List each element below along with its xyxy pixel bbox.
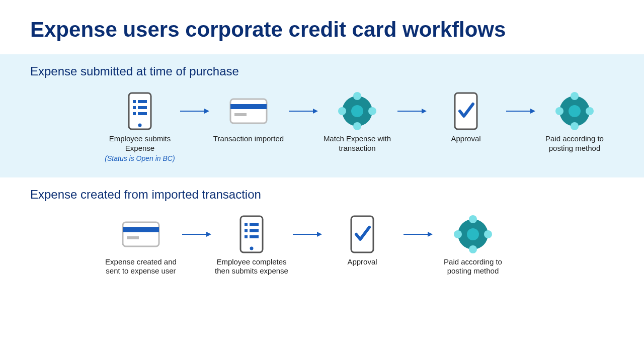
svg-marker-25 xyxy=(530,109,535,114)
svg-rect-43 xyxy=(245,235,248,238)
step-label: Expense created and sent to expense user xyxy=(101,257,181,277)
svg-point-30 xyxy=(555,107,564,115)
svg-point-17 xyxy=(353,92,361,100)
arrow-right-icon xyxy=(505,91,535,131)
svg-marker-14 xyxy=(313,109,318,114)
svg-point-54 xyxy=(454,230,462,238)
workflow-step: Employee completes then submits expense xyxy=(211,214,292,277)
section-title: Expense submitted at time of purchase xyxy=(30,64,614,78)
svg-rect-4 xyxy=(133,106,136,109)
workflow-section: Expense created from imported transactio… xyxy=(0,177,644,292)
svg-point-38 xyxy=(250,246,254,250)
workflow-step: Approval xyxy=(427,91,505,144)
step-sublabel: (Status is Open in BC) xyxy=(105,154,175,162)
arrow-right-icon xyxy=(292,214,322,254)
step-label: Transaction imported xyxy=(213,134,284,144)
phone-list-icon xyxy=(238,214,265,254)
workflow-section: Expense submitted at time of purchase Em… xyxy=(0,54,644,177)
svg-point-20 xyxy=(368,107,376,115)
svg-rect-33 xyxy=(123,227,159,232)
svg-marker-22 xyxy=(422,109,427,114)
section-title: Expense created from imported transactio… xyxy=(30,188,614,202)
arrow-right-icon xyxy=(288,91,318,131)
step-label: Approval xyxy=(451,134,480,144)
phone-check-icon xyxy=(453,91,479,131)
step-label: Employee submits Expense xyxy=(101,134,179,153)
svg-rect-40 xyxy=(250,223,259,226)
arrow-right-icon xyxy=(179,91,209,131)
arrow-right-icon xyxy=(403,214,433,254)
svg-rect-5 xyxy=(138,106,147,109)
svg-marker-46 xyxy=(317,232,322,237)
svg-point-1 xyxy=(138,124,142,127)
card-icon xyxy=(228,91,269,131)
hub-icon xyxy=(553,91,596,131)
card-icon xyxy=(121,214,161,254)
page-title: Expense users corporate credit card work… xyxy=(0,0,644,54)
workflow-step: Paid according to posting method xyxy=(535,91,614,153)
step-label: Paid according to posting method xyxy=(535,134,614,153)
svg-rect-44 xyxy=(250,235,259,238)
svg-point-51 xyxy=(467,228,479,240)
arrow-right-icon xyxy=(181,214,211,254)
svg-point-19 xyxy=(338,107,346,115)
svg-point-31 xyxy=(586,107,594,115)
arrow-right-icon xyxy=(396,91,427,131)
svg-rect-34 xyxy=(127,236,139,239)
workflow-step: Employee submits Expense(Status is Open … xyxy=(101,91,179,162)
phone-list-icon xyxy=(127,91,153,131)
svg-rect-11 xyxy=(230,104,267,109)
svg-point-16 xyxy=(351,105,363,117)
svg-point-28 xyxy=(571,92,579,100)
step-label: Match Expense with transaction xyxy=(318,134,396,153)
workflow-step: Expense created and sent to expense user xyxy=(101,214,181,277)
svg-rect-6 xyxy=(133,112,136,115)
svg-point-52 xyxy=(469,215,477,223)
svg-point-29 xyxy=(571,122,579,130)
step-label: Employee completes then submits expense xyxy=(211,257,292,277)
hub-icon xyxy=(336,91,378,131)
svg-point-55 xyxy=(484,230,492,238)
step-label: Paid according to posting method xyxy=(433,257,513,277)
workflow-row: Expense created and sent to expense user… xyxy=(30,214,614,277)
svg-rect-12 xyxy=(234,113,247,116)
hub-icon xyxy=(452,214,494,254)
workflow-step: Paid according to posting method xyxy=(433,214,513,277)
svg-rect-42 xyxy=(250,229,259,232)
svg-marker-9 xyxy=(204,109,209,114)
svg-rect-41 xyxy=(245,229,248,232)
svg-point-18 xyxy=(353,122,361,130)
workflow-step: Transaction imported xyxy=(209,91,288,144)
svg-marker-49 xyxy=(428,232,433,237)
svg-rect-39 xyxy=(245,223,248,226)
svg-rect-7 xyxy=(138,112,147,115)
svg-rect-10 xyxy=(230,99,267,123)
svg-rect-3 xyxy=(138,100,147,103)
workflow-step: Match Expense with transaction xyxy=(318,91,396,153)
workflow-row: Employee submits Expense(Status is Open … xyxy=(30,91,614,162)
svg-point-53 xyxy=(469,245,477,253)
svg-point-27 xyxy=(569,105,581,117)
workflow-step: Approval xyxy=(322,214,403,267)
svg-rect-2 xyxy=(133,100,136,103)
step-label: Approval xyxy=(347,257,377,267)
svg-rect-32 xyxy=(123,222,159,246)
phone-check-icon xyxy=(349,214,375,254)
svg-marker-36 xyxy=(206,232,211,237)
